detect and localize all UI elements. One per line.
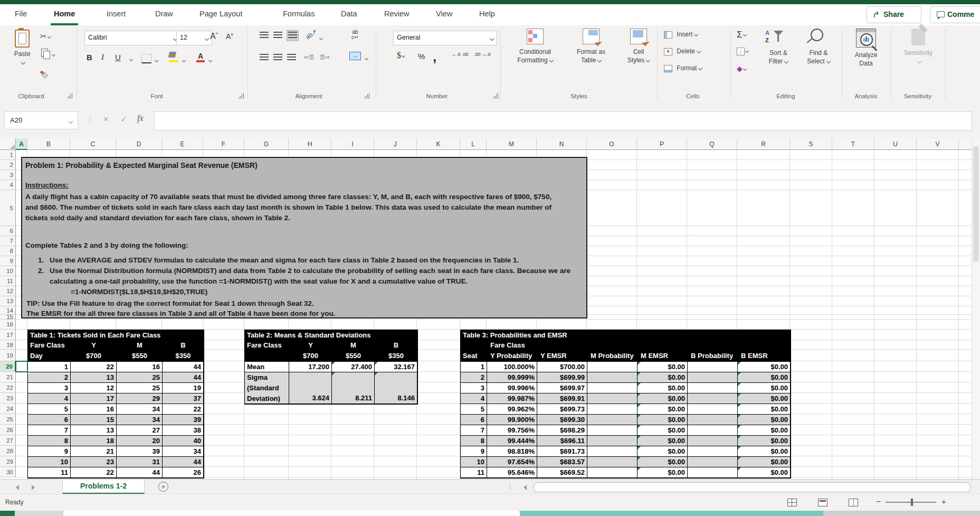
table3-cell[interactable]: $0.00 xyxy=(638,415,688,425)
column-header-K[interactable]: K xyxy=(417,138,460,150)
table3-cell[interactable]: 95.646% xyxy=(487,467,537,478)
insert-function-button[interactable]: fx xyxy=(137,114,144,123)
row-header-1[interactable]: 1 xyxy=(0,150,16,160)
table3-cell[interactable] xyxy=(688,425,738,436)
table3-cell[interactable]: 100.000% xyxy=(487,362,537,372)
row-header-7[interactable]: 7 xyxy=(0,236,16,246)
table3-cell[interactable]: $696.11 xyxy=(537,436,587,446)
cell-styles-button[interactable]: Cell Styles xyxy=(619,29,659,64)
table1-cell[interactable]: 4 xyxy=(28,393,71,404)
table1-cell[interactable]: 29 xyxy=(117,393,163,404)
table3-cell[interactable]: 99.962% xyxy=(487,404,537,415)
table3-cell[interactable]: 98.818% xyxy=(487,446,537,457)
table1-cell[interactable]: 8 xyxy=(28,436,71,446)
comma-style-button[interactable]: , xyxy=(433,49,436,65)
formula-bar-grip[interactable]: ⋮ xyxy=(87,115,93,124)
table2-title[interactable]: Table 2: Means & Standard Deviations xyxy=(245,330,417,341)
column-header-P[interactable]: P xyxy=(637,138,687,150)
ribbon-tab-file[interactable]: File xyxy=(12,4,30,23)
format-as-table-button[interactable]: Format as Table xyxy=(566,29,616,64)
dialog-launcher-icon[interactable] xyxy=(364,93,369,98)
table3-cell[interactable] xyxy=(688,404,738,415)
share-button[interactable]: Share xyxy=(867,6,921,23)
table3-cell[interactable]: $0.00 xyxy=(738,425,791,436)
format-cells-button[interactable]: Format xyxy=(664,64,702,72)
column-header-E[interactable]: E xyxy=(162,138,203,150)
table3-cell[interactable]: 11 xyxy=(461,467,487,478)
table1-cell[interactable]: 38 xyxy=(163,425,204,436)
table1-sub-header[interactable]: Day xyxy=(28,350,71,362)
table2-sigma-value[interactable]: 3.624 xyxy=(289,372,332,404)
column-header-U[interactable]: U xyxy=(874,138,917,150)
table3-cell[interactable] xyxy=(688,362,738,372)
borders-dropdown[interactable] xyxy=(154,57,158,64)
table1-cell[interactable]: 26 xyxy=(163,467,204,478)
table3-header[interactable]: M Probability xyxy=(587,350,638,362)
table3-cell[interactable]: $691.73 xyxy=(537,446,587,457)
table1-cell[interactable]: 37 xyxy=(163,393,204,404)
column-header-A[interactable]: A xyxy=(16,138,27,150)
autosum-button[interactable]: Σ xyxy=(737,30,746,40)
paste-button[interactable]: Paste xyxy=(8,30,36,67)
bold-button[interactable]: B xyxy=(87,53,92,62)
table3-cell[interactable]: $0.00 xyxy=(638,383,688,393)
cut-button[interactable]: ✂ xyxy=(40,32,51,41)
table3-header[interactable]: B Probability xyxy=(688,350,738,362)
page-layout-view-button[interactable] xyxy=(818,499,827,506)
name-box-dropdown-icon[interactable] xyxy=(69,119,73,124)
table1-cell[interactable]: 22 xyxy=(71,467,117,478)
table3-cell[interactable]: 99.756% xyxy=(487,425,537,436)
ribbon-tab-formulas[interactable]: Formulas xyxy=(280,4,318,23)
table1-cell[interactable]: 40 xyxy=(163,436,204,446)
align-center-button[interactable] xyxy=(273,54,282,62)
table3-cell[interactable]: $0.00 xyxy=(638,457,688,467)
column-header-I[interactable]: I xyxy=(331,138,374,150)
row-header-28[interactable]: 28 xyxy=(0,446,16,456)
align-bottom-button[interactable] xyxy=(287,31,298,41)
row-header-22[interactable]: 22 xyxy=(0,382,16,393)
table3-cell[interactable] xyxy=(688,467,738,478)
table3-cell[interactable]: $669.52 xyxy=(537,467,587,478)
table1-cell[interactable]: 44 xyxy=(163,457,204,467)
table3-cell[interactable]: 1 xyxy=(461,362,487,372)
table3-cell[interactable]: 99.999% xyxy=(487,372,537,383)
column-header-S[interactable]: S xyxy=(790,138,832,150)
table3-cell[interactable]: 8 xyxy=(461,436,487,446)
table3-cell[interactable]: $0.00 xyxy=(638,393,688,404)
table3-cell[interactable]: $683.57 xyxy=(537,457,587,467)
table1-cell[interactable]: 44 xyxy=(163,362,204,372)
table3-cell[interactable]: $0.00 xyxy=(738,383,791,393)
table1-cell[interactable]: 20 xyxy=(117,436,163,446)
row-header-26[interactable]: 26 xyxy=(0,425,16,435)
row-header-25[interactable]: 25 xyxy=(0,414,16,425)
table3-cell[interactable]: 99.987% xyxy=(487,393,537,404)
align-left-button[interactable] xyxy=(260,54,269,62)
table3-cell[interactable]: $699.91 xyxy=(537,393,587,404)
table1-cell[interactable]: 34 xyxy=(117,415,163,425)
ribbon-tab-draw[interactable]: Draw xyxy=(152,4,176,23)
row-header-20[interactable]: 20 xyxy=(0,361,16,372)
table3-cell[interactable]: 7 xyxy=(461,425,487,436)
table3-cell[interactable]: 99.444% xyxy=(487,436,537,446)
table1-cell[interactable]: 31 xyxy=(117,457,163,467)
table3-cell[interactable] xyxy=(587,425,638,436)
table3-cell[interactable] xyxy=(688,393,738,404)
dialog-launcher-icon[interactable] xyxy=(67,93,72,98)
tab-splitter-grip[interactable]: ⋮ xyxy=(507,482,513,490)
table2-sub-header[interactable]: $550 xyxy=(332,350,375,362)
copy-button[interactable] xyxy=(41,49,55,59)
row-header-30[interactable]: 30 xyxy=(0,467,16,477)
table2-mean-label[interactable]: Mean xyxy=(245,362,289,372)
column-header-R[interactable]: R xyxy=(737,138,790,150)
table2-mean-value[interactable]: 27.400 xyxy=(332,362,375,372)
row-header-29[interactable]: 29 xyxy=(0,456,16,467)
row-header-5[interactable]: 5 xyxy=(0,190,16,226)
table2-sub-header[interactable]: $700 xyxy=(289,350,332,362)
table1-cell[interactable]: 17 xyxy=(71,393,117,404)
table3-cell[interactable] xyxy=(587,415,638,425)
table3-cell[interactable] xyxy=(587,372,638,383)
row-header-16[interactable]: 16 xyxy=(0,320,16,330)
find-select-button[interactable]: Find & Select xyxy=(800,29,837,65)
font-color-button[interactable]: A xyxy=(196,52,205,62)
ribbon-tab-insert[interactable]: Insert xyxy=(103,4,129,23)
